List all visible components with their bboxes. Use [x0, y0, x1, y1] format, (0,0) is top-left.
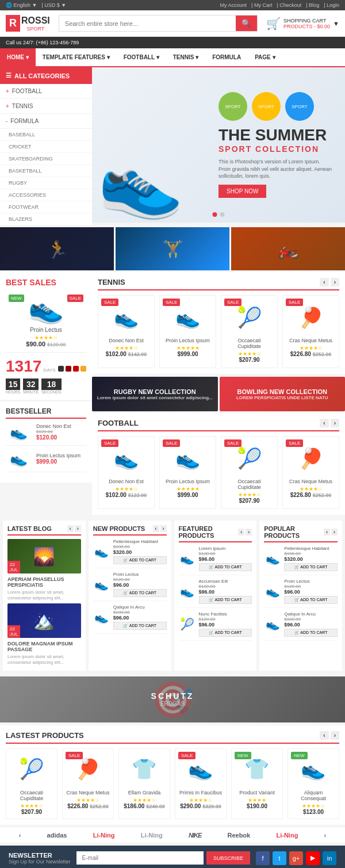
featured-prev-button[interactable]: ‹ — [238, 529, 244, 536]
language-selector[interactable]: 🌐 English ▼ — [6, 2, 37, 8]
football-section-nav: ‹ › — [320, 419, 339, 427]
featured-next-button[interactable]: › — [246, 529, 252, 536]
popular-product-3-add-button[interactable]: 🛒 ADD TO CART — [284, 629, 338, 637]
sidebar-item-formula[interactable]: - FORMULA — [0, 114, 92, 129]
sidebar-sub-footwear[interactable]: FOOTWEAR — [0, 201, 92, 213]
banner-sport1[interactable]: 🏃 — [0, 227, 114, 270]
bestseller-item-2-name: Proin Lectus Ipsum — [36, 453, 86, 458]
blog-next-button[interactable]: › — [75, 525, 81, 532]
currency-selector[interactable]: | USD $ ▼ — [41, 2, 66, 8]
featured-products-title: FEATURED PRODUCTS ‹ › — [179, 525, 252, 542]
featured-product-1-add-button[interactable]: 🛒 ADD TO CART — [199, 563, 252, 571]
latest-next-button[interactable]: › — [331, 731, 339, 740]
football-next-button[interactable]: › — [331, 419, 339, 427]
color-dot-4[interactable] — [80, 366, 86, 372]
nav-home[interactable]: HOME ▾ — [0, 48, 36, 66]
blog-post-1-title[interactable]: APERIAM PHASELLUS PERSPICIATIS — [7, 576, 81, 588]
twitter-button[interactable]: t — [273, 851, 286, 865]
brand-adidas[interactable]: adidas — [47, 832, 67, 839]
tennis-prev-button[interactable]: ‹ — [320, 278, 328, 286]
color-dot-2[interactable] — [66, 366, 71, 372]
search-input[interactable] — [59, 16, 236, 31]
newsletter-email-input[interactable] — [76, 851, 204, 865]
featured-product-3-add-button[interactable]: 🛒 ADD TO CART — [199, 629, 252, 637]
cart-dropdown-icon[interactable]: ▼ — [333, 20, 339, 27]
latest-products-nav: ‹ › — [320, 731, 339, 740]
brand-prev-button[interactable]: ‹ — [19, 832, 21, 839]
featured-product-2-info: Accumsan Elit $120.00 $96.00 🛒 ADD TO CA… — [199, 579, 252, 604]
new-product-3-add-button[interactable]: 🛒 ADD TO CART — [113, 622, 167, 630]
color-dot-3[interactable] — [73, 366, 79, 372]
hero-dot-2[interactable] — [220, 212, 225, 217]
football-prev-button[interactable]: ‹ — [320, 419, 328, 427]
tennis-next-button[interactable]: › — [331, 278, 339, 286]
banner-sport2[interactable]: 🏋️ — [116, 227, 229, 270]
blog-post-2-title[interactable]: DOLORE MAGNAM IPSUM PASSAGE — [7, 641, 81, 652]
my-cart-link[interactable]: | My Cart — [251, 2, 272, 8]
cart-area[interactable]: 🛒 SHOPPING CART PRODUCTS - $0.00 ▼ — [266, 17, 339, 30]
nav-football[interactable]: FOOTBALL ▾ — [117, 48, 166, 66]
featured-product-2-add-button[interactable]: 🛒 ADD TO CART — [199, 596, 252, 604]
football-section: FOOTBALL ‹ › SALE 👟 Donec Non Est ★★★★☆ … — [92, 413, 345, 515]
brand-reebok[interactable]: Reebok — [227, 832, 250, 839]
search-button[interactable]: 🔍 — [236, 16, 257, 31]
facebook-button[interactable]: f — [256, 851, 270, 865]
promo-banners: RUGBY NEW COLLECTION Lorem ipsum dolor s… — [92, 377, 345, 411]
newsletter-subtitle: Sign Up for Our Newsletter — [9, 859, 71, 865]
color-dot-1[interactable] — [58, 366, 64, 372]
tennis-section: TENNIS ‹ › SALE 👟 Donec Non Est ★★★★☆ $1… — [92, 272, 345, 374]
tennis-product-1-badge: SALE — [101, 299, 118, 306]
latest-product-2-stars: ★★★★☆ — [66, 797, 110, 803]
sidebar-sub-accessories[interactable]: ACCESSORIES — [0, 189, 92, 201]
checkout-link[interactable]: | Checkout — [277, 2, 301, 8]
popular-product-1-info: Pellentesque Habitant $330.00 $320.00 🛒 … — [284, 546, 338, 571]
top-bar-left: 🌐 English ▼ | USD $ ▼ — [6, 2, 66, 8]
sidebar-sub-blazers[interactable]: BLAZERS — [0, 213, 92, 225]
sidebar-sub-basketball[interactable]: BASKETBALL — [0, 165, 92, 177]
blog-post-2-excerpt: Lorem ipsum dolor sit amet, consectetur … — [7, 654, 81, 666]
my-account-link[interactable]: My Account — [220, 2, 247, 8]
shop-now-button[interactable]: SHOP NOW — [218, 185, 266, 198]
sidebar-sub-baseball[interactable]: BASEBALL — [0, 129, 92, 141]
new-product-1-add-button[interactable]: 🛒 ADD TO CART — [113, 556, 167, 564]
latest-product-4: SALE 👟 Primis In Faucibus ★★★★☆ $290.00 … — [175, 748, 227, 819]
popular-product-1-add-button[interactable]: 🛒 ADD TO CART — [284, 563, 338, 571]
sidebar-sub-cricket[interactable]: CRICKET — [0, 141, 92, 153]
rugby-promo-banner[interactable]: RUGBY NEW COLLECTION Lorem ipsum dolor s… — [92, 377, 218, 411]
tennis-product-1-price: $102.00 $142.00 — [103, 351, 150, 357]
blog-post-1-icon: 🌄 — [33, 546, 55, 567]
googleplus-button[interactable]: g+ — [289, 851, 303, 865]
youtube-button[interactable]: ▶ — [306, 851, 320, 865]
banner-sport3[interactable]: 🏍️ — [231, 227, 345, 270]
brand-lining-1[interactable]: Li-Ning — [93, 832, 115, 839]
new-products-prev-button[interactable]: ‹ — [153, 525, 159, 532]
sidebar-item-tennis[interactable]: + TENNIS — [0, 99, 92, 114]
popular-prev-button[interactable]: ‹ — [324, 529, 330, 536]
bowling-promo-banner[interactable]: BOWLING NEW COLLECTION LOREM PERSPICIATI… — [220, 377, 346, 411]
nav-tennis[interactable]: TENNIS ▾ — [166, 48, 205, 66]
blog-prev-button[interactable]: ‹ — [67, 525, 74, 532]
sidebar-sub-skateboarding[interactable]: SKATEBOARDING — [0, 153, 92, 165]
brand-next-button[interactable]: › — [324, 832, 327, 839]
new-product-2-add-button[interactable]: 🛒 ADD TO CART — [113, 589, 167, 597]
tennis-product-1-name: Donec Non Est — [103, 338, 150, 343]
popular-next-button[interactable]: › — [331, 529, 338, 536]
brand-lining-2[interactable]: Li-Ning — [141, 832, 163, 839]
phone-bar: Call us 24/7: (+86) 123-456-789 — [0, 37, 345, 48]
blog-link[interactable]: | Blog — [306, 2, 319, 8]
sidebar-item-football[interactable]: + FOOTBALL — [0, 84, 92, 99]
brand-lining-3[interactable]: Li-Ning — [276, 832, 298, 839]
sidebar-sub-rugby[interactable]: RUGBY — [0, 177, 92, 189]
logo[interactable]: R ROSSI SPORT — [6, 15, 50, 32]
latest-prev-button[interactable]: ‹ — [320, 731, 328, 740]
linkedin-button[interactable]: in — [323, 851, 336, 865]
newsletter-subscribe-button[interactable]: SUBSCRIBE — [206, 851, 250, 865]
popular-product-2-add-button[interactable]: 🛒 ADD TO CART — [284, 596, 338, 604]
nav-template[interactable]: TEMPLATE FEATURES ▾ — [36, 48, 117, 66]
login-link[interactable]: | Login — [324, 2, 339, 8]
new-products-next-button[interactable]: › — [160, 525, 167, 532]
hero-dot-1[interactable] — [213, 212, 217, 217]
nav-formula[interactable]: FORMULA — [205, 48, 248, 66]
nav-page[interactable]: PAGE ▾ — [248, 48, 282, 66]
brand-nike[interactable]: NIKE — [189, 832, 201, 839]
